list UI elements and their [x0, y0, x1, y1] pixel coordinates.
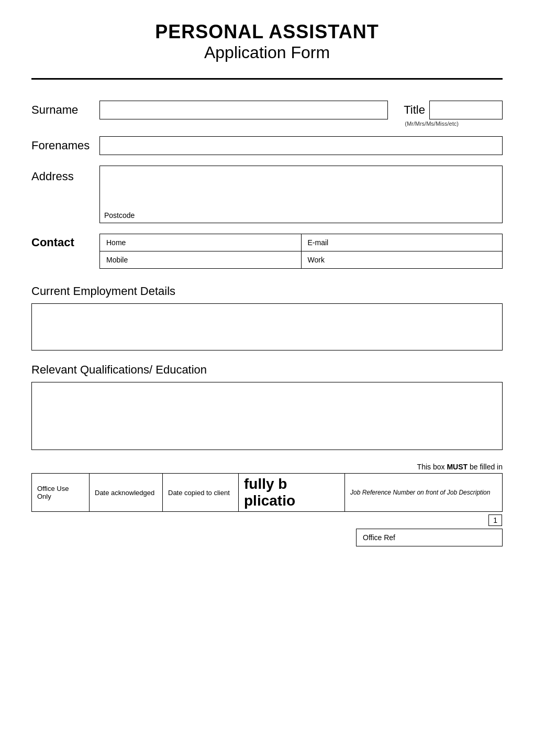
- mobile-field[interactable]: Mobile: [100, 251, 302, 268]
- title-subtext: (Mr/Mrs/Ms/Miss/etc): [405, 120, 503, 127]
- email-field[interactable]: E-mail: [302, 234, 503, 251]
- home-field[interactable]: Home: [100, 234, 302, 251]
- surname-input[interactable]: [99, 101, 388, 119]
- fully-b-cell: fully bplicatio: [239, 474, 345, 511]
- contact-grid: Home E-mail Mobile Work: [99, 234, 503, 269]
- must-fill-note: This box MUST be filled in: [31, 463, 503, 471]
- plication-text: plicatio: [244, 492, 295, 509]
- surname-block: Surname: [31, 101, 388, 119]
- address-input[interactable]: Postcode: [99, 166, 503, 223]
- qualifications-input[interactable]: [31, 382, 503, 450]
- date-acknowledged-cell: Date acknowledged: [90, 474, 163, 511]
- contact-row: Contact Home E-mail Mobile Work: [31, 234, 503, 269]
- date-acknowledged-label: Date acknowledged: [95, 489, 154, 497]
- title-input[interactable]: [429, 101, 503, 119]
- date-copied-label: Date copied to client: [168, 489, 230, 497]
- header-divider: [31, 78, 503, 80]
- forenames-label: Forenames: [31, 139, 99, 152]
- address-label: Address: [31, 166, 99, 183]
- address-row: Address Postcode: [31, 166, 503, 223]
- contact-grid-row-1: Home E-mail: [100, 234, 502, 251]
- surname-label: Surname: [31, 103, 99, 117]
- page-title: PERSONAL ASSISTANT Application Form: [31, 21, 503, 62]
- date-copied-cell: Date copied to client: [163, 474, 239, 511]
- must-fill-end: be filled in: [468, 463, 503, 471]
- postcode-label: Postcode: [104, 211, 498, 220]
- job-ref-text: Job Reference Number on front of Job Des…: [350, 488, 490, 497]
- current-employment-input[interactable]: [31, 303, 503, 350]
- bottom-bar: Office Use Only Date acknowledged Date c…: [31, 473, 503, 512]
- page-number: 1: [488, 514, 502, 526]
- must-fill-bold: MUST: [447, 463, 468, 471]
- current-employment-heading: Current Employment Details: [31, 284, 503, 298]
- current-employment-section: Current Employment Details: [31, 284, 503, 350]
- contact-label: Contact: [31, 234, 99, 249]
- job-ref-cell: Job Reference Number on front of Job Des…: [345, 474, 502, 511]
- title-line1: PERSONAL ASSISTANT: [31, 21, 503, 43]
- work-field[interactable]: Work: [302, 251, 503, 268]
- fully-b-text: fully bplicatio: [244, 476, 295, 509]
- title-line2: Application Form: [31, 43, 503, 62]
- title-header: Title: [404, 101, 503, 119]
- forenames-input[interactable]: [99, 136, 503, 155]
- qualifications-heading: Relevant Qualifications/ Education: [31, 363, 503, 377]
- office-use-only-label: Office Use Only: [37, 485, 84, 500]
- title-label: Title: [404, 103, 425, 117]
- must-fill-text: This box: [417, 463, 447, 471]
- surname-title-row: Surname Title (Mr/Mrs/Ms/Miss/etc): [31, 101, 503, 127]
- office-ref-label: Office Ref: [363, 533, 395, 542]
- title-block: Title (Mr/Mrs/Ms/Miss/etc): [404, 101, 503, 127]
- contact-grid-row-2: Mobile Work: [100, 251, 502, 268]
- office-use-only-cell: Office Use Only: [32, 474, 90, 511]
- qualifications-section: Relevant Qualifications/ Education: [31, 363, 503, 450]
- forenames-row: Forenames: [31, 136, 503, 155]
- office-ref-box: Office Ref: [356, 529, 503, 546]
